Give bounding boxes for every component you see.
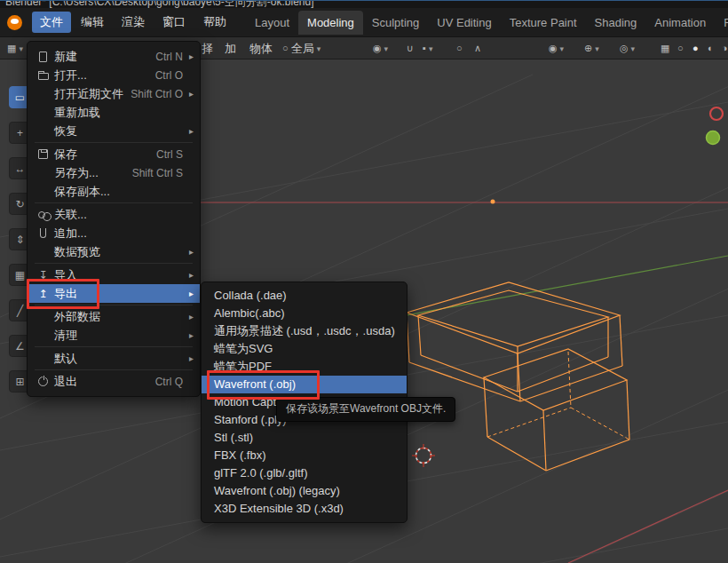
overlays-icon: ◎ [620, 44, 629, 53]
tab-shading[interactable]: Shading [586, 11, 646, 35]
pivot-dropdown[interactable]: ◉ ▾ [373, 37, 388, 59]
menu-item-defaults[interactable]: 默认 ▸ [28, 349, 200, 368]
material-shading-icon: ◐ [708, 44, 714, 53]
submenu-item-gltf[interactable]: glTF 2.0 (.glb/.gltf) [202, 464, 407, 482]
wireframe-object[interactable] [407, 282, 629, 471]
menu-item-save-as[interactable]: 另存为... Shift Ctrl S [28, 163, 200, 182]
menu-divider [35, 142, 193, 143]
orientation-dropdown[interactable]: ○ 全局 ▾ [282, 37, 320, 59]
menu-item-label: 外部数据 [51, 309, 186, 325]
visibility-dropdown[interactable]: ◉ ▾ [549, 37, 564, 59]
chevron-down-icon: ▾ [317, 38, 321, 59]
menu-window[interactable]: 窗口 [154, 12, 194, 33]
menu-item-revert[interactable]: 重新加载 [28, 103, 200, 122]
xray-toggle[interactable]: ▦ [661, 37, 669, 59]
menu-item-label: 数据预览 [51, 244, 186, 260]
submenu-item-stl[interactable]: Stl (.stl) [202, 429, 407, 447]
submenu-arrow-icon: ▸ [186, 330, 194, 340]
annotation-box-export [27, 279, 99, 309]
menu-item-label: 退出 [51, 374, 155, 390]
menu-file[interactable]: 文件 [32, 12, 71, 33]
magnet-icon: ∪ [407, 44, 414, 53]
blender-window: Blender* [C:\Users\CX\Desktop\gong\baoye… [0, 0, 728, 563]
blender-logo-icon[interactable] [7, 15, 22, 30]
overlays-dropdown[interactable]: ◎ ▾ [620, 37, 635, 59]
submenu-arrow-icon: ▸ [186, 353, 194, 363]
wireframe-shading-icon: ○ [677, 44, 684, 53]
tooltip: 保存该场景至Wavefront OBJ文件. [276, 397, 455, 422]
proportional-edit-toggle[interactable]: ○ [456, 37, 463, 59]
select-menu[interactable]: 择 [202, 37, 213, 59]
tab-modeling[interactable]: Modeling [298, 11, 363, 35]
submenu-arrow-icon: ▸ [186, 289, 194, 298]
menu-item-recover[interactable]: 恢复 ▸ [28, 122, 200, 140]
rendered-shading-icon: ◑ [722, 44, 728, 53]
chevron-down-icon: ▾ [429, 38, 433, 59]
snap-dropdown[interactable]: ▪ ▾ [423, 37, 432, 59]
tab-sculpting[interactable]: Sculpting [363, 11, 428, 35]
submenu-item-usd[interactable]: 通用场景描述 (.usd，.usdc，.usda) [202, 322, 407, 340]
power-icon [36, 377, 51, 386]
menu-item-label: 恢复 [51, 123, 186, 139]
link-icon [36, 211, 51, 218]
menu-item-save-copy[interactable]: 保存副本... [28, 182, 200, 201]
submenu-arrow-icon: ▸ [186, 270, 194, 280]
tab-animation[interactable]: Animation [645, 11, 715, 35]
axis-x-far-line [568, 490, 728, 563]
xray-icon: ▦ [661, 44, 669, 53]
submenu-item-alembic[interactable]: Alembic(.abc) [202, 305, 407, 322]
menu-item-open-recent[interactable]: 打开近期文件 Shift Ctrl O ▸ [28, 84, 200, 103]
submenu-item-x3d[interactable]: X3D Extensible 3D (.x3d) [202, 500, 407, 518]
menu-item-new[interactable]: 新建 Ctrl N ▸ [28, 47, 200, 66]
gizmo-icon: ⊕ [584, 44, 592, 53]
menu-item-open[interactable]: 打开... Ctrl O [28, 66, 200, 84]
tab-texture-paint[interactable]: Texture Paint [501, 11, 586, 35]
submenu-arrow-icon: ▸ [186, 247, 194, 257]
tab-uv-editing[interactable]: UV Editing [428, 11, 500, 35]
workspace-tabs: Layout Modeling Sculpting UV Editing Tex… [246, 11, 728, 35]
submenu-arrow-icon: ▸ [186, 52, 194, 61]
falloff-dropdown[interactable]: ∧ [474, 37, 481, 59]
navigation-gizmo[interactable] [707, 107, 724, 145]
new-file-icon [36, 52, 51, 62]
orientation-label: 全局 [291, 38, 314, 59]
submenu-arrow-icon: ▸ [186, 126, 194, 136]
editor-type-dropdown[interactable]: ▦ ▾ [7, 37, 23, 59]
menu-item-shortcut: Ctrl O [155, 69, 186, 82]
menu-item-shortcut: Ctrl N [155, 51, 186, 63]
snap-toggle[interactable]: ∪ [407, 37, 414, 59]
object-menu[interactable]: 物体 [249, 37, 273, 59]
submenu-arrow-icon: ▸ [186, 89, 194, 99]
tab-rendering[interactable]: Renderi [715, 11, 728, 35]
menu-divider [35, 263, 193, 264]
submenu-item-wavefront-legacy[interactable]: Wavefront (.obj) (legacy) [202, 482, 407, 500]
menu-item-quit[interactable]: 退出 Ctrl Q [28, 372, 200, 391]
menu-item-append[interactable]: 追加... [28, 224, 200, 242]
shading-solid-button[interactable]: ● [692, 37, 699, 59]
paperclip-icon [36, 228, 51, 238]
menu-help[interactable]: 帮助 [195, 12, 234, 33]
add-menu[interactable]: 加 [225, 37, 236, 59]
submenu-item-collada[interactable]: Collada (.dae) [202, 287, 407, 305]
shading-wireframe-button[interactable]: ○ [677, 37, 684, 59]
chevron-down-icon: ▾ [384, 38, 389, 59]
gizmo-y-axis-ball [707, 131, 720, 145]
menu-item-label: 保存副本... [51, 184, 186, 200]
menu-item-label: 打开... [51, 67, 155, 83]
menu-item-label: 清理 [51, 328, 186, 344]
menu-item-external-data[interactable]: 外部数据 ▸ [28, 307, 200, 326]
menu-render[interactable]: 渲染 [114, 12, 153, 33]
menu-item-link[interactable]: 关联... [28, 205, 200, 224]
tab-layout[interactable]: Layout [246, 11, 298, 35]
menu-item-save[interactable]: 保存 Ctrl S [28, 145, 200, 163]
menu-item-data-preview[interactable]: 数据预览 ▸ [28, 242, 200, 261]
shading-material-button[interactable]: ◐ [708, 37, 714, 59]
eye-icon: ◉ [549, 44, 558, 53]
shading-rendered-button[interactable]: ◑ [722, 37, 728, 59]
gizmos-dropdown[interactable]: ⊕ ▾ [584, 37, 599, 59]
menu-item-clean-up[interactable]: 清理 ▸ [28, 326, 200, 345]
submenu-item-grease-pencil-svg[interactable]: 蜡笔为SVG [202, 340, 407, 358]
submenu-item-fbx[interactable]: FBX (.fbx) [202, 447, 407, 464]
submenu-arrow-icon: ▸ [186, 312, 194, 321]
menu-edit[interactable]: 编辑 [73, 12, 112, 33]
